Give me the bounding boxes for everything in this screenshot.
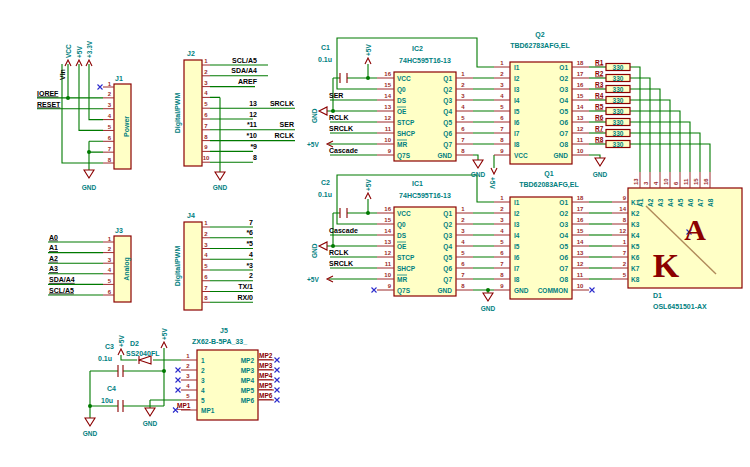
net-label[interactable]: MP2 [259,352,273,359]
gnd-label-ic1-q1[interactable]: GND [481,305,496,312]
net-label[interactable]: 8 [253,154,257,161]
j4-ref[interactable]: J4 [187,212,195,219]
d2-ref[interactable]: D2 [130,340,139,347]
rclk-label-ic1[interactable]: RCLK [329,249,348,256]
j4-pin-row[interactable]: 8 RX/0 [202,294,253,303]
signal-label[interactable]: SER [280,121,294,128]
j2-pin-row[interactable]: 6 12 [202,111,257,120]
j1-pin-row[interactable]: 6 [103,135,114,142]
net-label[interactable]: 2 [249,272,253,279]
net-label[interactable]: MP4 [259,372,273,379]
j1-pin-row[interactable]: 2 [103,91,114,98]
j2-digital-connector-body[interactable] [184,60,202,166]
vin-net-label[interactable]: VIn [59,69,66,80]
net-label[interactable]: RX/0 [237,294,253,301]
j2-pin-row[interactable]: 9 *9 [202,143,257,152]
net-label[interactable]: *11 [247,121,257,128]
net-label[interactable]: TX/1 [238,283,253,290]
ser-label-ic2[interactable]: SER [329,92,343,99]
j5-ref[interactable]: J5 [220,327,228,334]
c1-value[interactable]: 0.1u [318,56,332,63]
p5v-label-ic2-mr[interactable]: +5V [307,141,319,148]
j1-pin-row[interactable]: 7 [103,146,114,153]
j2-pin-row[interactable]: 10 8 [202,154,257,163]
j3-pin-row[interactable]: 4 [103,267,114,274]
gnd-label-j2[interactable]: GND [213,184,228,191]
net-label[interactable]: R1 [595,59,604,66]
srclk-label-ic1[interactable]: SRCLK [329,260,353,267]
rclk-label-ic2[interactable]: RCLK [329,114,348,121]
net-label[interactable]: MP3 [259,362,273,369]
j3-ref[interactable]: J3 [115,227,123,234]
p5v-label-d2[interactable]: +5V [118,335,125,347]
gnd-label-ic1-oe[interactable]: GND [311,243,318,258]
ic1-value[interactable]: 74HC595T16-13 [399,192,451,199]
net-label[interactable]: 12 [249,111,257,118]
net-label[interactable]: R4 [595,92,604,99]
j1-pin-row[interactable]: 4 [103,113,114,120]
d2-value[interactable]: SS2040FL [126,350,160,357]
cascade-label-ic2[interactable]: Cascade [329,147,358,154]
p5v-label-q2-vcc[interactable]: +5V [489,177,496,189]
j4-pin-row[interactable]: 7 TX/1 [202,283,253,292]
p5v-label-c1[interactable]: +5V [365,44,372,56]
gnd-label-j5[interactable]: GND [143,420,158,427]
j1-ref[interactable]: J1 [115,75,123,82]
ic1-ref[interactable]: IC1 [412,180,423,187]
net-label[interactable]: SCL/A5 [49,287,74,294]
net-label[interactable]: SDA/A4 [231,67,257,74]
vcc-power-label[interactable]: VCC [65,44,72,58]
net-label[interactable]: MP1 [177,402,191,409]
diode-symbol[interactable] [139,356,151,364]
j4-pin-row[interactable]: 4 4 [202,251,253,260]
srclk-label-ic2[interactable]: SRCLK [329,125,353,132]
p5v-power-label[interactable]: +5V [76,46,83,58]
j3-pin-row[interactable]: 1 [103,236,114,243]
gnd-label-j1[interactable]: GND [82,184,97,191]
signal-label[interactable]: SRCLK [270,100,294,107]
j1-pin-row[interactable]: 8 [103,157,114,164]
j4-pin-row[interactable]: 3 *5 [202,240,253,249]
net-label[interactable]: A2 [49,255,58,262]
j3-pin-row[interactable]: 3 [103,257,114,264]
c4-ref[interactable]: C4 [107,385,116,392]
net-label[interactable]: 4 [249,251,253,258]
gnd-label-q2-pin10[interactable]: GND [593,171,608,178]
ic2-value[interactable]: 74HC595T16-13 [399,57,451,64]
gnd-label-ic2-oe[interactable]: GND [311,108,318,123]
j3-pin-row[interactable]: 5 [103,278,114,285]
j2-ref[interactable]: J2 [187,50,195,57]
net-label[interactable]: AREF [238,78,258,85]
p5v-label-ic1-mr[interactable]: +5V [307,276,319,283]
net-label[interactable]: R2 [595,70,604,77]
net-label[interactable]: MP5 [259,382,273,389]
j2-pin-row[interactable]: 3 AREF [202,78,258,87]
net-label[interactable]: R5 [595,103,604,110]
net-label[interactable]: *3 [246,262,253,269]
j2-pin-row[interactable]: 5 13 SRCLK [202,100,294,109]
p3v3-power-label[interactable]: +3.3V [86,40,93,58]
net-label[interactable]: A0 [49,234,58,241]
q2-value[interactable]: TBD62783AFG,EL [510,42,570,50]
net-label[interactable]: A1 [49,244,58,251]
j1-pin-row[interactable]: 1 [103,81,114,88]
j2-pin-row[interactable]: 1 SCL/A5 [202,57,257,66]
j4-pin-row[interactable]: 1 7 [202,219,253,228]
c2-value[interactable]: 0.1u [318,191,332,198]
d1-value[interactable]: OSL6451501-AX [653,303,707,310]
j3-pin-row[interactable]: 6 [103,289,114,296]
p5v-label-c3[interactable]: +5V [161,328,168,340]
j1-pin-row[interactable]: 5 [103,124,114,131]
net-label[interactable]: *9 [250,143,257,150]
net-label[interactable]: R8 [595,136,604,143]
j2-pin-row[interactable]: 7 *11 SER [202,121,294,130]
p5v-label-c2[interactable]: +5V [365,179,372,191]
net-label[interactable]: R7 [595,125,604,132]
net-label[interactable]: R6 [595,114,604,121]
q1-ref[interactable]: Q1 [544,170,553,178]
c2-ref[interactable]: C2 [321,179,330,186]
gnd-label-c4[interactable]: GND [83,430,98,437]
j2-pin-row[interactable]: 4 [202,90,210,97]
reset-net-label[interactable]: RESET [37,101,61,108]
j4-pin-row[interactable]: 6 2 [202,272,253,281]
